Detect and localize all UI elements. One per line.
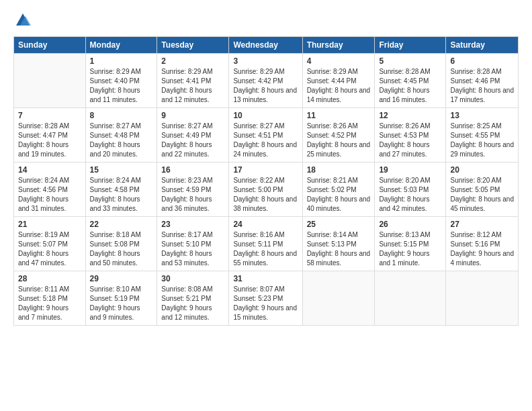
weekday-header-sunday: Sunday [14,37,86,54]
weekday-header-thursday: Thursday [302,37,375,54]
day-number: 8 [90,111,153,120]
weekday-header-tuesday: Tuesday [157,37,229,54]
day-number: 15 [90,165,153,175]
calendar-cell: 24Sunrise: 8:16 AMSunset: 5:11 PMDayligh… [229,217,302,271]
calendar-week-2: 14Sunrise: 8:24 AMSunset: 4:56 PMDayligh… [14,163,519,217]
day-info: Sunrise: 8:29 AMSunset: 4:44 PMDaylight:… [307,67,371,105]
day-number: 18 [307,165,371,175]
header [13,11,519,30]
day-number: 20 [450,165,514,175]
day-info: Sunrise: 8:19 AMSunset: 5:07 PMDaylight:… [18,230,81,268]
calendar-cell: 21Sunrise: 8:19 AMSunset: 5:07 PMDayligh… [14,217,86,271]
calendar-cell: 11Sunrise: 8:26 AMSunset: 4:52 PMDayligh… [302,108,375,163]
day-info: Sunrise: 8:12 AMSunset: 5:16 PMDaylight:… [450,230,514,268]
day-info: Sunrise: 8:29 AMSunset: 4:40 PMDaylight:… [90,67,153,105]
day-number: 30 [161,274,224,283]
weekday-header-saturday: Saturday [446,37,519,54]
day-info: Sunrise: 8:13 AMSunset: 5:15 PMDaylight:… [379,230,441,268]
day-info: Sunrise: 8:20 AMSunset: 5:03 PMDaylight:… [379,176,441,214]
calendar-cell: 18Sunrise: 8:21 AMSunset: 5:02 PMDayligh… [302,163,375,217]
day-number: 19 [379,165,441,175]
calendar-cell [375,271,446,326]
day-number: 16 [161,165,224,175]
day-number: 28 [18,274,81,283]
day-number: 12 [379,111,441,120]
calendar-cell: 14Sunrise: 8:24 AMSunset: 4:56 PMDayligh… [14,163,86,217]
calendar-cell: 28Sunrise: 8:11 AMSunset: 5:18 PMDayligh… [14,271,86,326]
day-info: Sunrise: 8:10 AMSunset: 5:19 PMDaylight:… [90,285,153,322]
day-number: 26 [379,220,441,229]
day-info: Sunrise: 8:25 AMSunset: 4:55 PMDaylight:… [450,122,514,159]
day-info: Sunrise: 8:18 AMSunset: 5:08 PMDaylight:… [90,230,153,268]
day-number: 2 [161,56,224,66]
calendar-cell: 19Sunrise: 8:20 AMSunset: 5:03 PMDayligh… [375,163,446,217]
weekday-header-friday: Friday [375,37,446,54]
day-info: Sunrise: 8:28 AMSunset: 4:45 PMDaylight:… [379,67,441,105]
calendar-cell: 26Sunrise: 8:13 AMSunset: 5:15 PMDayligh… [375,217,446,271]
calendar-cell: 5Sunrise: 8:28 AMSunset: 4:45 PMDaylight… [375,54,446,108]
day-number: 31 [233,274,298,283]
day-info: Sunrise: 8:28 AMSunset: 4:46 PMDaylight:… [450,67,514,105]
day-number: 1 [90,56,153,66]
day-number: 17 [233,165,298,175]
calendar-cell: 1Sunrise: 8:29 AMSunset: 4:40 PMDaylight… [85,54,157,108]
calendar-cell: 27Sunrise: 8:12 AMSunset: 5:16 PMDayligh… [446,217,519,271]
calendar-cell: 10Sunrise: 8:27 AMSunset: 4:51 PMDayligh… [229,108,302,163]
calendar-cell [14,54,86,108]
calendar-cell: 20Sunrise: 8:20 AMSunset: 5:05 PMDayligh… [446,163,519,217]
calendar-week-3: 21Sunrise: 8:19 AMSunset: 5:07 PMDayligh… [14,217,519,271]
calendar-cell: 12Sunrise: 8:26 AMSunset: 4:53 PMDayligh… [375,108,446,163]
day-number: 23 [161,220,224,229]
calendar-table: SundayMondayTuesdayWednesdayThursdayFrid… [13,36,519,326]
calendar-cell: 23Sunrise: 8:17 AMSunset: 5:10 PMDayligh… [157,217,229,271]
calendar-cell: 2Sunrise: 8:29 AMSunset: 4:41 PMDaylight… [157,54,229,108]
day-info: Sunrise: 8:22 AMSunset: 5:00 PMDaylight:… [233,176,298,214]
weekday-header-wednesday: Wednesday [229,37,302,54]
day-info: Sunrise: 8:24 AMSunset: 4:58 PMDaylight:… [90,176,153,214]
day-number: 27 [450,220,514,229]
day-info: Sunrise: 8:20 AMSunset: 5:05 PMDaylight:… [450,176,514,214]
calendar-cell: 13Sunrise: 8:25 AMSunset: 4:55 PMDayligh… [446,108,519,163]
calendar-cell [446,271,519,326]
calendar-cell: 8Sunrise: 8:27 AMSunset: 4:48 PMDaylight… [85,108,157,163]
weekday-header-monday: Monday [85,37,157,54]
day-number: 10 [233,111,298,120]
day-number: 6 [450,56,514,66]
calendar-cell [302,271,375,326]
day-info: Sunrise: 8:28 AMSunset: 4:47 PMDaylight:… [18,122,81,159]
day-number: 22 [90,220,153,229]
day-info: Sunrise: 8:27 AMSunset: 4:49 PMDaylight:… [161,122,224,159]
day-number: 7 [18,111,81,120]
calendar-cell: 25Sunrise: 8:14 AMSunset: 5:13 PMDayligh… [302,217,375,271]
day-number: 5 [379,56,441,66]
day-number: 13 [450,111,514,120]
day-number: 4 [307,56,371,66]
day-info: Sunrise: 8:11 AMSunset: 5:18 PMDaylight:… [18,285,81,322]
logo [13,11,35,30]
day-info: Sunrise: 8:21 AMSunset: 5:02 PMDaylight:… [307,176,371,214]
day-info: Sunrise: 8:08 AMSunset: 5:21 PMDaylight:… [161,285,224,322]
calendar-cell: 22Sunrise: 8:18 AMSunset: 5:08 PMDayligh… [85,217,157,271]
day-number: 9 [161,111,224,120]
day-info: Sunrise: 8:07 AMSunset: 5:23 PMDaylight:… [233,285,298,322]
day-number: 25 [307,220,371,229]
calendar-cell: 29Sunrise: 8:10 AMSunset: 5:19 PMDayligh… [85,271,157,326]
calendar-cell: 31Sunrise: 8:07 AMSunset: 5:23 PMDayligh… [229,271,302,326]
day-info: Sunrise: 8:29 AMSunset: 4:41 PMDaylight:… [161,67,224,105]
day-info: Sunrise: 8:23 AMSunset: 4:59 PMDaylight:… [161,176,224,214]
day-number: 21 [18,220,81,229]
calendar-week-4: 28Sunrise: 8:11 AMSunset: 5:18 PMDayligh… [14,271,519,326]
calendar-cell: 7Sunrise: 8:28 AMSunset: 4:47 PMDaylight… [14,108,86,163]
day-number: 24 [233,220,298,229]
day-info: Sunrise: 8:29 AMSunset: 4:42 PMDaylight:… [233,67,298,105]
day-info: Sunrise: 8:14 AMSunset: 5:13 PMDaylight:… [307,230,371,268]
day-number: 29 [90,274,153,283]
day-info: Sunrise: 8:27 AMSunset: 4:48 PMDaylight:… [90,122,153,159]
day-number: 3 [233,56,298,66]
page: SundayMondayTuesdayWednesdayThursdayFrid… [0,0,532,411]
calendar-cell: 15Sunrise: 8:24 AMSunset: 4:58 PMDayligh… [85,163,157,217]
day-number: 11 [307,111,371,120]
day-info: Sunrise: 8:26 AMSunset: 4:53 PMDaylight:… [379,122,441,159]
calendar-cell: 17Sunrise: 8:22 AMSunset: 5:00 PMDayligh… [229,163,302,217]
day-number: 14 [18,165,81,175]
